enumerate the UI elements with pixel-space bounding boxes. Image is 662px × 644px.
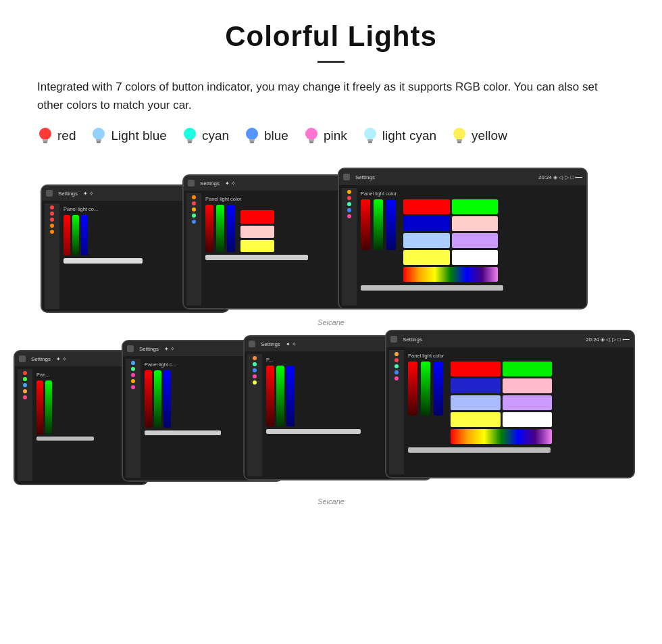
svg-point-15 [364, 128, 376, 140]
slider-bar [266, 429, 361, 434]
topbar-icons: ✦ ✧ [286, 341, 297, 347]
swatch-red [451, 362, 501, 376]
svg-rect-14 [309, 141, 313, 143]
bulb-icon [37, 126, 53, 145]
sidebar-dot [394, 358, 399, 362]
topbar-icons: ✦ ✧ [56, 356, 67, 362]
svg-rect-19 [457, 139, 462, 141]
color-swatch-yellow [240, 240, 274, 252]
screen-icon [188, 180, 195, 187]
svg-rect-10 [249, 139, 255, 141]
settings-label: Settings [58, 191, 78, 197]
top-screen-3: Settings 20:24 ◈ ◁ ▷ □ ⟵ Panel light col… [338, 168, 588, 309]
swatch-rainbow [451, 429, 552, 444]
sidebar-dot [394, 376, 399, 380]
svg-rect-4 [96, 139, 101, 141]
svg-point-12 [305, 128, 317, 140]
sidebar-dot [50, 224, 54, 228]
sidebar-dot [23, 371, 27, 375]
green-slider [421, 362, 430, 416]
green-slider [45, 380, 52, 435]
svg-rect-17 [368, 141, 372, 143]
screen-sidebar [342, 188, 357, 305]
color-label: cyan [202, 128, 229, 143]
panel-label: Panel light color [361, 191, 580, 197]
color-label: Light blue [111, 128, 166, 143]
color-chip-blue: blue [244, 126, 288, 145]
svg-rect-7 [187, 139, 193, 141]
settings-label: Settings [200, 180, 220, 187]
watermark-top: Seicane [0, 318, 662, 326]
topbar-icons: ✦ ✧ [225, 180, 236, 187]
sidebar-dot-red [50, 205, 54, 209]
red-slider [36, 380, 43, 435]
screen-icon [19, 355, 26, 362]
svg-rect-13 [309, 139, 314, 141]
color-label: light cyan [382, 128, 436, 143]
slider-bar [205, 255, 308, 260]
screen-icon [46, 190, 53, 197]
blue-slider [227, 205, 235, 252]
screen-sidebar [45, 203, 59, 309]
green-slider [374, 199, 383, 250]
swatch-blue [451, 378, 501, 393]
sidebar-dot [192, 214, 196, 218]
bulb-icon [362, 126, 378, 145]
sidebar-dot [192, 195, 196, 199]
color-chip-pink: pink [303, 126, 347, 145]
sidebar-dot [253, 356, 257, 360]
screen-main: Panel light color [404, 350, 631, 474]
sidebar-dot [253, 368, 257, 372]
title-divider [317, 61, 345, 63]
bottom-screens-row: Settings ✦ ✧ Pan... [0, 330, 662, 505]
time-display: 20:24 ◈ ◁ ▷ □ ⟵ [538, 174, 582, 180]
sidebar-dot [394, 370, 399, 374]
settings-label: Settings [403, 337, 422, 343]
red-slider [361, 199, 370, 250]
swatch-purple [503, 395, 553, 410]
color-chip-cyan: cyan [182, 126, 229, 145]
sidebar-dot [23, 383, 27, 387]
sidebar-dot [347, 196, 351, 200]
blue-slider [81, 215, 88, 255]
svg-point-18 [453, 128, 465, 140]
green-slider [216, 205, 224, 252]
green-slider [154, 370, 161, 428]
green-slider [72, 215, 79, 255]
color-swatch-pink [240, 226, 274, 238]
topbar-icons: ✦ ✧ [164, 346, 175, 352]
slider-bar [36, 437, 94, 441]
color-chip-red: red [37, 126, 76, 145]
screen-sidebar [389, 350, 404, 474]
top-screens-row: Settings ✦ ✧ Panel light co... [0, 164, 662, 326]
slider-bar [408, 447, 551, 453]
swatch-blue [403, 216, 450, 231]
page-title: Colorful Lights [0, 20, 662, 53]
bulb-icon [91, 126, 107, 145]
svg-rect-8 [188, 141, 192, 143]
settings-label: Settings [31, 356, 51, 362]
red-slider [408, 362, 417, 416]
svg-rect-2 [43, 141, 47, 143]
screen-icon [343, 174, 350, 180]
color-chip-yellow: yellow [451, 126, 507, 145]
swatch-red [403, 199, 450, 214]
sidebar-dot [50, 212, 54, 216]
sidebar-dot [253, 380, 257, 385]
svg-rect-11 [250, 141, 254, 143]
settings-label: Settings [139, 346, 159, 352]
screen-main: Panel light color [357, 188, 584, 305]
panel-label: Panel light color [408, 353, 627, 359]
screen-sidebar [126, 359, 141, 478]
sidebar-dot [50, 230, 54, 234]
svg-rect-16 [367, 139, 373, 141]
svg-rect-5 [97, 141, 101, 143]
color-label: blue [264, 128, 288, 143]
bulb-icon [244, 126, 260, 145]
bulb-icon [182, 126, 198, 145]
slider-bar [361, 285, 503, 291]
screen-icon [390, 336, 397, 343]
sidebar-dot [23, 389, 27, 393]
topbar-icons: ✦ ✧ [83, 191, 94, 197]
sidebar-dot [192, 220, 196, 224]
